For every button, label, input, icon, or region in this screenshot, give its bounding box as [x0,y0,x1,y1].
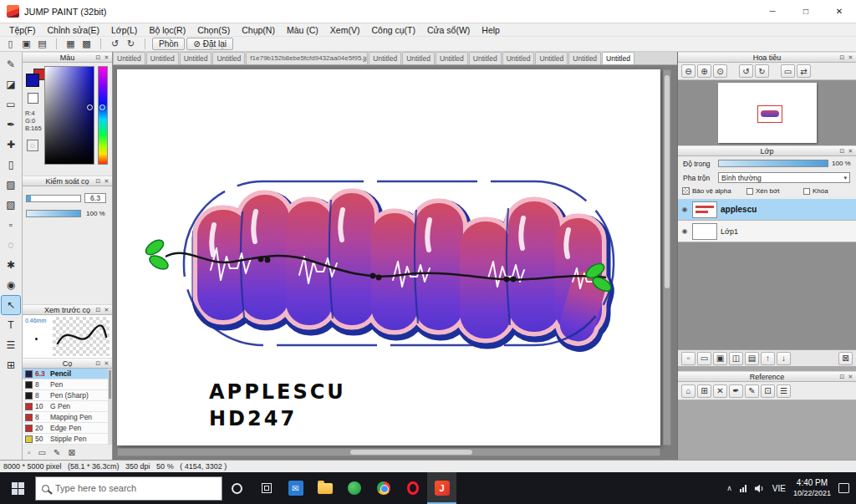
canvas-document[interactable]: APPLESCU HD247 [117,69,660,445]
canvas-horizontal-scrollbar[interactable] [117,448,660,456]
document-tab[interactable]: Untitled [212,52,245,64]
menu-item-tools[interactable]: Công cụ(T) [365,23,421,37]
document-tab[interactable]: Untitled [436,52,468,64]
document-tab[interactable]: Untitled [502,52,535,64]
hand-tool[interactable]: ☰ [2,336,20,354]
layer-opacity-slider[interactable] [718,160,828,167]
reset-button[interactable]: ⊘Đặt lại [186,38,233,50]
layer-visibility-icon[interactable]: ◉ [680,206,689,213]
horizontal-scrollbar-thumb[interactable] [350,450,472,455]
gradient-tool[interactable]: ▧ [2,196,20,214]
alpha-protect-checkbox[interactable]: Bảo vệ alpha [682,187,731,195]
add-brush-icon[interactable]: ▫ [28,448,31,457]
nav-reset-view-button[interactable]: ▭ [781,64,795,78]
jump-paint-taskbar-button[interactable]: J [427,472,456,504]
panel-popout-icon[interactable]: ⊡ [94,53,102,63]
panel-close-icon[interactable]: ✕ [103,359,110,369]
panel-close-icon[interactable]: ✕ [847,53,854,63]
brush-item-edge-pen[interactable]: 20Edge Pen [23,423,112,434]
brush-item-mapping-pen[interactable]: 8Mapping Pen [23,412,112,423]
panel-popout-icon[interactable]: ⊡ [94,359,102,369]
brush-item-pencil[interactable]: 6.3Pencil [23,369,112,379]
select-pen-tool[interactable]: ▫ [2,216,20,234]
move-layer-down-button[interactable]: ↓ [777,352,791,365]
nav-zoom-out-button[interactable]: ⊖ [681,64,696,78]
delete-layer-button[interactable]: ⊠ [838,352,853,365]
nav-zoom-in-button[interactable]: ⊕ [697,64,711,78]
lasso-tool[interactable]: ◌ [2,236,20,254]
panel-close-icon[interactable]: ✕ [103,305,110,315]
taskbar-search[interactable] [35,476,222,501]
close-button[interactable]: ✕ [823,0,856,23]
reference-home-button[interactable]: ⌂ [681,384,696,398]
menu-item-view[interactable]: Xem(V) [324,23,366,37]
panel-close-icon[interactable]: ✕ [847,146,854,156]
hidden-icons-chevron[interactable]: ∧ [726,484,732,492]
text-tool[interactable]: T [2,316,20,334]
nav-rotate-ccw-button[interactable]: ↺ [739,64,753,78]
shape-tool[interactable]: ▯ [2,155,20,174]
blend-mode-select[interactable]: Bình thường ▾ [718,172,850,183]
taskbar-clock[interactable]: 4:40 PM 10/22/2021 [793,478,831,498]
brush-item-stipple-pen[interactable]: 50Stipple Pen [23,434,112,445]
layer-row-lop1[interactable]: ◉ Lớp1 [678,221,856,242]
transparent-color-button[interactable]: ◌ [27,140,38,151]
menu-item-capture[interactable]: Chụp(N) [236,23,281,37]
minimize-button[interactable]: ─ [756,0,789,23]
document-tab[interactable]: Untitled [402,52,435,64]
brush-item-pen-sharp[interactable]: 8Pen (Sharp) [23,390,112,401]
maximize-button[interactable]: □ [789,0,823,23]
language-indicator[interactable]: VIE [772,484,786,493]
notification-center-icon[interactable] [838,483,849,493]
nav-rotate-cw-button[interactable]: ↻ [755,64,769,78]
menu-item-edit[interactable]: Chỉnh sửa(E) [42,23,105,37]
reference-zoom-button[interactable]: ⊡ [761,384,775,398]
add-layer-button[interactable]: ▫ [681,352,696,365]
clipping-checkbox[interactable]: Xén bớt [746,187,779,195]
document-tab[interactable]: Untitled [568,52,601,64]
brush-tool[interactable]: ✎ [2,55,20,74]
brush-list-scrollbar-thumb[interactable] [109,370,111,399]
brush-folder-icon[interactable]: ▭ [38,448,46,457]
brush-size-slider[interactable] [26,195,81,202]
document-tab[interactable]: Untitled [113,52,145,64]
panel-popout-icon[interactable]: ⊡ [94,305,102,315]
opera-button[interactable] [398,472,427,504]
panel-close-icon[interactable]: ✕ [103,176,110,186]
layer-visibility-icon[interactable]: ◉ [680,227,689,235]
green-app-button[interactable] [339,472,369,504]
reference-close-button[interactable]: ✕ [713,384,727,398]
pen-tool[interactable]: ✒ [2,115,20,134]
saturation-value-picker[interactable] [44,66,94,165]
document-tab[interactable]: Untitled [535,52,568,64]
menu-item-color[interactable]: Màu (C) [281,23,324,37]
brush-item-pen[interactable]: 8Pen [23,379,112,390]
canvas-vertical-scrollbar[interactable] [663,69,671,445]
add-layer-folder-button[interactable]: ▭ [697,352,711,365]
move-tool[interactable]: ✚ [2,135,20,154]
menu-item-filter[interactable]: Bộ lọc(R) [143,23,191,37]
eraser-tool[interactable]: ◪ [2,75,20,94]
lock-checkbox[interactable]: Khóa [803,187,828,195]
hue-slider[interactable] [98,66,108,165]
mail-app-button[interactable]: ✉ [281,472,310,504]
panel-popout-icon[interactable]: ⊡ [94,176,102,186]
brush-opacity-slider[interactable] [26,210,81,217]
bucket-fill-tool[interactable]: ▨ [2,176,20,194]
chrome-button[interactable] [369,472,398,504]
reference-menu-button[interactable]: ☰ [777,384,791,398]
document-tab[interactable]: Untitled [146,52,179,64]
marquee-select-tool[interactable]: ▭ [2,95,20,114]
cortana-button[interactable] [222,472,252,504]
file-explorer-button[interactable] [310,472,339,504]
move-layer-up-button[interactable]: ↑ [761,352,775,365]
eyedropper-tool[interactable]: ◉ [2,276,20,294]
document-tab[interactable]: Untitled [469,52,502,64]
network-icon[interactable] [740,485,746,492]
delete-brush-icon[interactable]: ⊠ [68,448,74,457]
volume-icon[interactable] [754,484,765,493]
menu-item-layer[interactable]: Lớp(L) [105,23,143,37]
save-button[interactable]: ▣ [19,38,33,51]
operation-tool[interactable]: ↖ [2,296,20,314]
merge-layer-button[interactable]: ▤ [745,352,759,365]
